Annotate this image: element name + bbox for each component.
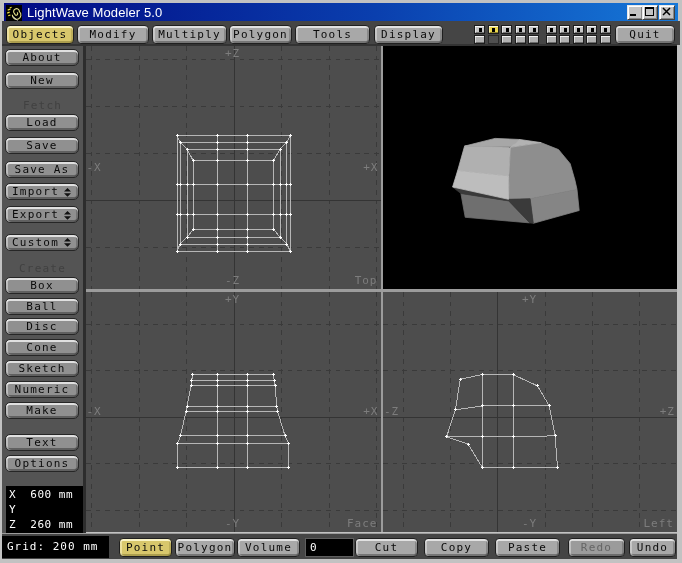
viewport-name-face: Face (347, 517, 378, 530)
sidebar-button-label: Make (26, 404, 57, 417)
sidebar-label-create: Create (2, 262, 83, 275)
sidebar-button-label: Import (12, 185, 59, 198)
viewport-top-canvas (86, 46, 381, 289)
viewport-face-canvas (86, 292, 381, 533)
sidebar-button-export[interactable]: Export (5, 206, 79, 223)
layout-preset-button-7[interactable] (559, 35, 570, 44)
viewport-top[interactable]: +Z-X+X-ZTop (86, 46, 381, 289)
mode-button-volume[interactable]: Volume (237, 538, 300, 557)
sidebar-button-numeric[interactable]: Numeric (5, 381, 79, 398)
axis-label-bottom: -Y (225, 517, 240, 530)
action-button-undo[interactable]: Undo (629, 538, 676, 557)
sidebar-button-text[interactable]: Text (5, 434, 79, 451)
app-icon[interactable] (6, 5, 22, 21)
viewport-face[interactable]: +Y-X+X-YFace (86, 292, 381, 533)
coordinate-info-box: X 600 mm Y Z 260 mm (6, 486, 83, 533)
popup-arrows-icon (64, 188, 71, 197)
layout-preset-dot (591, 28, 594, 32)
tab-tools[interactable]: Tools (295, 25, 370, 44)
layout-preset-indicator-4[interactable] (515, 25, 526, 34)
tab-modify[interactable]: Modify (77, 25, 149, 44)
title-bar[interactable]: LightWave Modeler 5.0 (4, 3, 678, 21)
viewport-divider-horizontal[interactable] (86, 289, 678, 292)
layout-preset-indicator-10[interactable] (600, 25, 611, 34)
layout-preset-indicator-1[interactable] (474, 25, 485, 34)
sidebar-button-about[interactable]: About (5, 49, 79, 66)
axis-label-top: +Y (522, 293, 537, 306)
selection-count-field[interactable]: 0 (305, 538, 354, 557)
axis-label-bottom: -Z (225, 274, 240, 287)
mode-button-polygon[interactable]: Polygon (175, 538, 235, 557)
sidebar: AboutNewFetchLoadSaveSave AsImportExport… (2, 45, 83, 533)
layout-preset-button-2[interactable] (488, 35, 499, 44)
popup-arrows-icon (64, 211, 71, 220)
sidebar-button-import[interactable]: Import (5, 183, 79, 200)
sidebar-button-save-as[interactable]: Save As (5, 161, 79, 178)
layout-preset-dot (479, 28, 482, 32)
action-button-redo: Redo (568, 538, 625, 557)
sidebar-button-custom[interactable]: Custom (5, 234, 79, 251)
viewport-left-canvas (383, 292, 677, 533)
sidebar-button-label: Custom (12, 236, 59, 249)
sidebar-button-label: Ball (26, 300, 57, 313)
sidebar-button-sketch[interactable]: Sketch (5, 360, 79, 377)
mode-button-point[interactable]: Point (119, 538, 172, 557)
axis-label-top: +Y (225, 293, 240, 306)
layout-preset-button-10[interactable] (600, 35, 611, 44)
layout-preset-button-1[interactable] (474, 35, 485, 44)
axis-label-right: +Z (660, 405, 675, 418)
popup-arrows-icon (64, 238, 71, 247)
axis-label-right: +X (363, 161, 378, 174)
tab-display[interactable]: Display (374, 25, 443, 44)
action-button-copy[interactable]: Copy (424, 538, 489, 557)
window-title: LightWave Modeler 5.0 (27, 5, 162, 20)
layout-preset-dot (506, 28, 509, 32)
layout-preset-button-5[interactable] (528, 35, 539, 44)
close-button[interactable] (659, 5, 675, 20)
action-button-cut[interactable]: Cut (355, 538, 418, 557)
tab-polygon[interactable]: Polygon (229, 25, 292, 44)
sidebar-button-options[interactable]: Options (5, 455, 79, 472)
viewport-name-top: Top (355, 274, 378, 287)
maximize-button[interactable] (642, 5, 658, 20)
layout-preset-button-8[interactable] (573, 35, 584, 44)
sidebar-button-new[interactable]: New (5, 72, 79, 89)
axis-label-left: -X (87, 405, 102, 418)
layout-preset-indicator-9[interactable] (586, 25, 597, 34)
preview-object-face (509, 143, 578, 200)
bottom-bar: Grid: 200 mm 0 PointPolygonVolumeCutCopy… (2, 534, 677, 559)
preview-object-face (465, 138, 520, 146)
layout-preset-button-6[interactable] (546, 35, 557, 44)
layout-preset-indicator-5[interactable] (528, 25, 539, 34)
minimize-button[interactable] (627, 5, 643, 20)
tab-multiply[interactable]: Multiply (152, 25, 227, 44)
layout-preset-dot (577, 28, 580, 32)
sidebar-button-cone[interactable]: Cone (5, 339, 79, 356)
sidebar-button-box[interactable]: Box (5, 277, 79, 294)
viewport-left[interactable]: +Y-Z+Z-YLeft (383, 292, 677, 533)
sidebar-button-save[interactable]: Save (5, 137, 79, 154)
layout-preset-indicator-3[interactable] (501, 25, 512, 34)
layout-preset-button-4[interactable] (515, 35, 526, 44)
layout-preset-button-9[interactable] (586, 35, 597, 44)
quit-button[interactable]: Quit (615, 25, 675, 44)
sidebar-button-make[interactable]: Make (5, 402, 79, 419)
axis-label-left: -Z (384, 405, 399, 418)
app-window: LightWave Modeler 5.0 ObjectsModifyMulti… (0, 0, 682, 563)
layout-preset-indicator-8[interactable] (573, 25, 584, 34)
layout-preset-indicator-6[interactable] (546, 25, 557, 34)
sidebar-button-ball[interactable]: Ball (5, 298, 79, 315)
layout-preset-dot (519, 28, 522, 32)
sidebar-button-load[interactable]: Load (5, 114, 79, 131)
viewport-preview[interactable] (383, 46, 677, 289)
sidebar-button-disc[interactable]: Disc (5, 318, 79, 335)
sidebar-button-label: Save (26, 139, 57, 152)
tab-objects[interactable]: Objects (6, 25, 74, 44)
layout-preset-indicator-7[interactable] (559, 25, 570, 34)
axis-label-left: -X (87, 161, 102, 174)
sidebar-button-label: Box (30, 279, 53, 292)
layout-preset-indicator-2[interactable] (488, 25, 499, 34)
action-button-paste[interactable]: Paste (495, 538, 560, 557)
layout-preset-button-3[interactable] (501, 35, 512, 44)
sidebar-button-label: Sketch (19, 362, 66, 375)
